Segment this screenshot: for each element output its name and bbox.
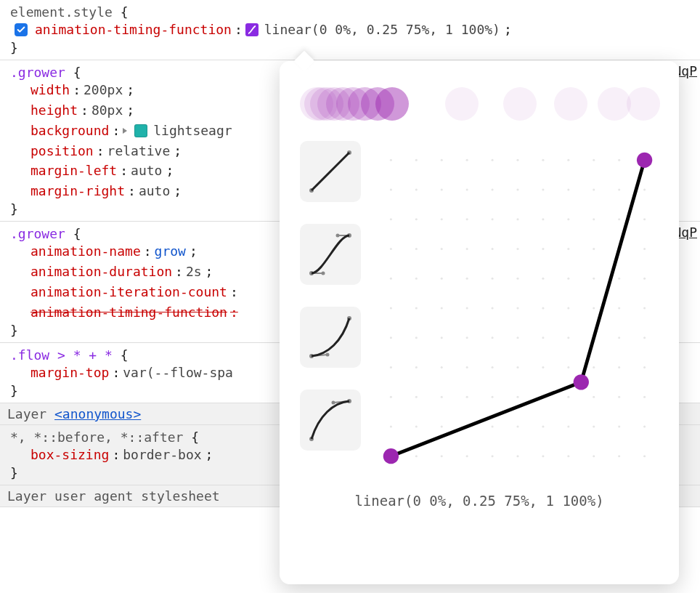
preset-ease-in[interactable] xyxy=(300,307,361,368)
svg-point-65 xyxy=(492,278,494,280)
svg-point-84 xyxy=(542,188,544,190)
svg-point-23 xyxy=(390,336,392,339)
svg-point-121 xyxy=(618,307,620,309)
svg-point-70 xyxy=(492,425,494,427)
easing-swatch-icon[interactable] xyxy=(245,23,259,36)
svg-point-71 xyxy=(492,455,494,457)
svg-point-57 xyxy=(466,366,468,368)
svg-point-50 xyxy=(466,159,468,161)
svg-point-99 xyxy=(567,307,569,309)
selector: element.style xyxy=(10,4,113,20)
svg-point-83 xyxy=(542,159,544,161)
svg-point-34 xyxy=(415,336,418,339)
svg-point-96 xyxy=(567,218,569,220)
svg-point-113 xyxy=(593,396,595,398)
svg-point-116 xyxy=(618,159,620,161)
svg-point-55 xyxy=(466,307,468,309)
svg-point-39 xyxy=(441,159,443,161)
svg-point-66 xyxy=(492,307,494,309)
svg-point-97 xyxy=(567,248,569,250)
animation-preview xyxy=(300,83,659,126)
svg-point-64 xyxy=(492,248,494,250)
prop-animation-timing-function[interactable]: animation-timing-function: linear(0 0%, … xyxy=(10,20,693,40)
svg-point-92 xyxy=(542,425,544,427)
svg-point-118 xyxy=(618,218,620,220)
svg-point-86 xyxy=(542,248,544,250)
svg-point-76 xyxy=(516,278,518,280)
svg-point-42 xyxy=(441,248,443,250)
svg-point-128 xyxy=(643,188,646,190)
disclosure-icon[interactable] xyxy=(123,128,127,134)
svg-point-89 xyxy=(542,336,544,339)
svg-point-12 xyxy=(326,353,330,357)
layer-link[interactable]: <anonymous> xyxy=(54,406,141,421)
svg-point-85 xyxy=(542,218,544,220)
curve-control-point[interactable] xyxy=(574,374,589,390)
svg-point-109 xyxy=(593,278,595,280)
svg-point-123 xyxy=(618,366,620,368)
svg-point-21 xyxy=(390,278,392,280)
svg-point-22 xyxy=(390,307,392,309)
svg-point-20 xyxy=(390,248,392,250)
svg-point-122 xyxy=(618,336,620,339)
svg-point-135 xyxy=(643,396,646,398)
svg-point-68 xyxy=(492,366,494,368)
svg-point-63 xyxy=(492,218,494,220)
svg-point-130 xyxy=(643,248,646,250)
svg-point-32 xyxy=(415,278,418,280)
preset-ease-in-out[interactable] xyxy=(300,224,361,285)
svg-point-132 xyxy=(643,307,646,309)
svg-line-2 xyxy=(312,153,349,190)
svg-point-133 xyxy=(643,336,646,339)
svg-point-87 xyxy=(542,278,544,280)
linear-function-text[interactable]: linear(0 0%, 0.25 75%, 1 100%) xyxy=(300,493,659,509)
svg-point-45 xyxy=(441,336,443,339)
color-swatch-icon[interactable] xyxy=(134,124,147,137)
svg-point-46 xyxy=(441,366,443,368)
svg-point-36 xyxy=(415,396,418,398)
svg-point-58 xyxy=(466,396,468,398)
svg-point-107 xyxy=(593,218,595,220)
svg-point-93 xyxy=(542,455,544,457)
svg-point-7 xyxy=(322,272,325,275)
curve-control-point[interactable] xyxy=(383,448,399,464)
svg-point-80 xyxy=(516,396,518,398)
curve-control-point[interactable] xyxy=(637,153,652,168)
svg-point-29 xyxy=(415,188,418,190)
svg-point-40 xyxy=(441,188,443,190)
svg-point-131 xyxy=(643,278,646,280)
svg-point-72 xyxy=(516,159,518,161)
svg-point-90 xyxy=(542,366,544,368)
svg-point-137 xyxy=(643,455,646,457)
preset-ease-out[interactable] xyxy=(300,390,361,451)
svg-point-82 xyxy=(516,455,518,457)
preview-dot xyxy=(554,87,587,121)
preset-linear[interactable] xyxy=(300,141,361,202)
svg-point-17 xyxy=(390,159,392,161)
linear-curve-editor[interactable] xyxy=(377,141,659,475)
svg-point-74 xyxy=(516,218,518,220)
svg-point-51 xyxy=(466,188,468,190)
rule-element-style: element.style { animation-timing-functio… xyxy=(0,0,700,60)
svg-point-77 xyxy=(516,307,518,309)
svg-point-60 xyxy=(466,455,468,457)
svg-point-24 xyxy=(390,366,392,368)
property-enabled-checkbox[interactable] xyxy=(15,23,28,36)
svg-point-114 xyxy=(593,425,595,427)
svg-point-19 xyxy=(390,218,392,220)
svg-point-95 xyxy=(567,188,569,190)
svg-point-94 xyxy=(567,159,569,161)
selector-line[interactable]: element.style { xyxy=(10,4,693,20)
svg-point-115 xyxy=(593,455,595,457)
preview-dot xyxy=(445,87,479,121)
preview-dot xyxy=(503,87,537,121)
svg-point-120 xyxy=(618,278,620,280)
svg-point-75 xyxy=(516,248,518,250)
svg-point-105 xyxy=(593,159,595,161)
svg-point-81 xyxy=(516,425,518,427)
svg-point-117 xyxy=(618,188,620,190)
svg-point-18 xyxy=(390,188,392,190)
svg-point-43 xyxy=(441,278,443,280)
svg-point-31 xyxy=(415,248,418,250)
svg-point-56 xyxy=(466,336,468,339)
